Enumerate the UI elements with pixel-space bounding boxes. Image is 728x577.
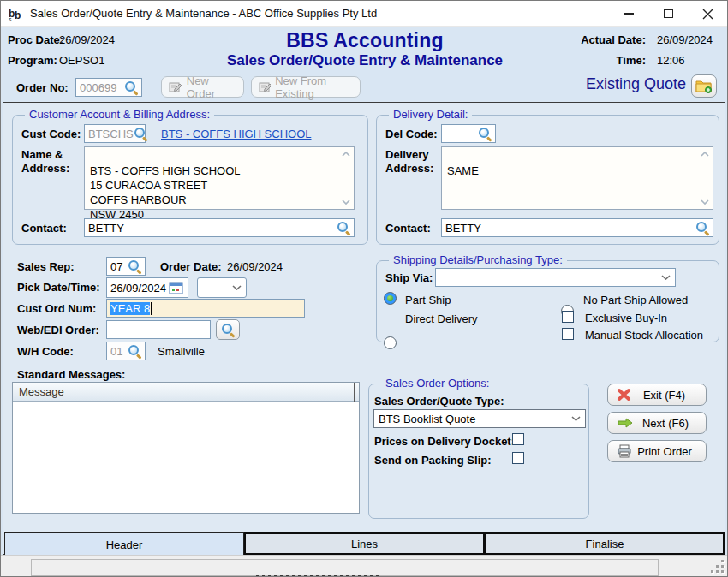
messages-column-header[interactable]: Message bbox=[13, 383, 359, 402]
maximize-button[interactable] bbox=[648, 1, 688, 27]
folder-add-icon bbox=[695, 79, 713, 93]
sales-rep-value: 07 bbox=[110, 260, 122, 273]
web-edi-label: Web/EDI Order: bbox=[17, 324, 99, 337]
title-bar: b b s Sales Order/Quote Entry & Maintena… bbox=[1, 1, 727, 27]
billing-contact-value: BETTY bbox=[88, 222, 124, 235]
cust-code-search-icon[interactable] bbox=[134, 127, 147, 140]
resize-grip-icon[interactable] bbox=[710, 559, 724, 573]
quote-type-value: BTS Booklist Quote bbox=[379, 413, 475, 425]
screen-title: Sales Order/Quote Entry & Maintenance bbox=[129, 52, 600, 69]
order-date-label: Order Date: bbox=[160, 260, 222, 274]
app-title: BBS Accounting bbox=[129, 29, 600, 52]
minimize-button[interactable] bbox=[609, 1, 648, 27]
messages-list[interactable]: Message bbox=[12, 382, 360, 514]
status-bar bbox=[1, 555, 728, 577]
cust-ord-num-label: Cust Ord Num: bbox=[17, 302, 96, 316]
sales-rep-field[interactable]: 07 bbox=[106, 257, 146, 276]
quote-type-select[interactable]: BTS Booklist Quote bbox=[373, 409, 586, 428]
pick-date-field[interactable]: 26/09/2024 bbox=[106, 277, 188, 298]
delivery-contact-label: Contact: bbox=[385, 222, 431, 235]
customer-account-link[interactable]: BTS - COFFS HIGH SCHOOL bbox=[161, 128, 312, 140]
name-address-textarea[interactable]: BTS - COFFS HIGH SCHOOL 15 CURACOA STREE… bbox=[84, 146, 355, 210]
printer-icon bbox=[617, 444, 632, 458]
prices-docket-checkbox[interactable] bbox=[512, 433, 524, 445]
cust-code-field[interactable]: BTSCHS bbox=[84, 124, 146, 143]
manual-stock-checkbox[interactable] bbox=[562, 328, 574, 340]
name-address-value: BTS - COFFS HIGH SCHOOL 15 CURACOA STREE… bbox=[90, 164, 241, 221]
web-edi-search-button[interactable] bbox=[216, 319, 240, 340]
billing-contact-label: Contact: bbox=[21, 222, 67, 235]
cust-code-value: BTSCHS bbox=[88, 128, 134, 140]
next-arrow-icon bbox=[617, 417, 634, 429]
app-window: b b s Sales Order/Quote Entry & Maintena… bbox=[0, 0, 728, 577]
actual-date-value: 26/09/2024 bbox=[657, 33, 713, 46]
scroll-up-icon[interactable] bbox=[341, 151, 351, 158]
exit-button[interactable]: Exit (F4) bbox=[607, 384, 707, 406]
manual-stock-label: Manual Stock Allocation bbox=[585, 329, 703, 342]
text-caret bbox=[151, 302, 152, 315]
pick-date-time-label: Pick Date/Time: bbox=[17, 281, 100, 294]
tab-lines-label: Lines bbox=[351, 538, 378, 550]
proc-date-value: 26/09/2024 bbox=[59, 33, 115, 46]
delivery-contact-field[interactable]: BETTY bbox=[441, 218, 713, 237]
chevron-down-icon bbox=[232, 285, 242, 290]
sales-rep-search-icon[interactable] bbox=[128, 259, 141, 273]
web-edi-field[interactable] bbox=[106, 320, 211, 339]
print-order-button[interactable]: Print Order bbox=[607, 440, 707, 462]
ship-via-select[interactable] bbox=[435, 268, 676, 287]
shipping-group: Shipping Details/Purchasing Type: Ship V… bbox=[376, 260, 719, 342]
program-value: OEPSO1 bbox=[59, 54, 104, 67]
billing-contact-search-icon[interactable] bbox=[337, 221, 350, 235]
close-button[interactable] bbox=[688, 1, 727, 27]
scroll-down-icon[interactable] bbox=[700, 199, 710, 205]
wh-code-search-icon[interactable] bbox=[128, 344, 141, 358]
tab-header-label: Header bbox=[106, 538, 143, 551]
tab-finalise[interactable]: Finalise bbox=[485, 532, 725, 555]
maximize-icon bbox=[664, 9, 673, 18]
scroll-down-icon[interactable] bbox=[341, 199, 351, 205]
no-part-ship-label: No Part Ship Allowed bbox=[583, 294, 688, 306]
new-order-label: New Order bbox=[187, 74, 236, 100]
order-no-value: 000699 bbox=[80, 81, 116, 94]
direct-delivery-radio[interactable] bbox=[384, 336, 397, 349]
del-code-search-icon[interactable] bbox=[478, 127, 492, 140]
wh-code-field[interactable]: 01 bbox=[106, 342, 146, 360]
packing-slip-label: Send on Packing Slip: bbox=[374, 454, 492, 467]
name-address-label: Name & Address: bbox=[21, 148, 69, 175]
chevron-down-icon bbox=[661, 275, 671, 280]
order-no-search-icon[interactable] bbox=[124, 80, 138, 94]
order-no-field[interactable]: 000699 bbox=[75, 78, 142, 97]
mode-indicator: Existing Quote bbox=[532, 75, 686, 93]
svg-text:b: b bbox=[15, 9, 21, 21]
calendar-icon[interactable] bbox=[169, 281, 184, 294]
svg-text:s: s bbox=[9, 15, 12, 21]
tab-header[interactable]: Header bbox=[4, 532, 244, 556]
delivery-group-title: Delivery Detail: bbox=[389, 108, 472, 121]
exclusive-buyin-label: Exclusive Buy-In bbox=[585, 312, 667, 324]
delivery-address-value: SAME bbox=[447, 164, 479, 177]
packing-slip-checkbox[interactable] bbox=[512, 452, 524, 464]
tab-finalise-label: Finalise bbox=[586, 538, 624, 550]
del-code-field[interactable] bbox=[441, 124, 496, 143]
new-from-existing-button[interactable]: New From Existing bbox=[251, 76, 361, 98]
cust-code-label: Cust Code: bbox=[21, 128, 81, 141]
delivery-address-textarea[interactable]: SAME bbox=[441, 146, 713, 210]
part-ship-radio[interactable] bbox=[384, 292, 397, 305]
scroll-up-icon[interactable] bbox=[700, 151, 710, 158]
next-button[interactable]: Next (F6) bbox=[607, 412, 707, 434]
part-ship-label: Part Ship bbox=[405, 294, 451, 306]
billing-contact-field[interactable]: BETTY bbox=[84, 218, 355, 237]
pick-time-select[interactable] bbox=[197, 277, 247, 298]
order-date-value: 26/09/2024 bbox=[227, 260, 283, 273]
proc-date-label: Proc Date: bbox=[8, 33, 63, 47]
sales-rep-label: Sales Rep: bbox=[17, 260, 74, 274]
cust-ord-num-field[interactable]: YEAR 8 bbox=[106, 299, 305, 318]
delivery-contact-search-icon[interactable] bbox=[695, 221, 709, 235]
open-existing-quote-button[interactable] bbox=[691, 74, 717, 98]
new-order-button[interactable]: New Order bbox=[161, 76, 244, 98]
exclusive-buyin-checkbox[interactable] bbox=[562, 311, 574, 323]
column-divider bbox=[354, 383, 355, 402]
tab-lines[interactable]: Lines bbox=[244, 532, 485, 555]
print-order-label: Print Order bbox=[632, 445, 697, 458]
wh-code-label: W/H Code: bbox=[17, 345, 74, 359]
